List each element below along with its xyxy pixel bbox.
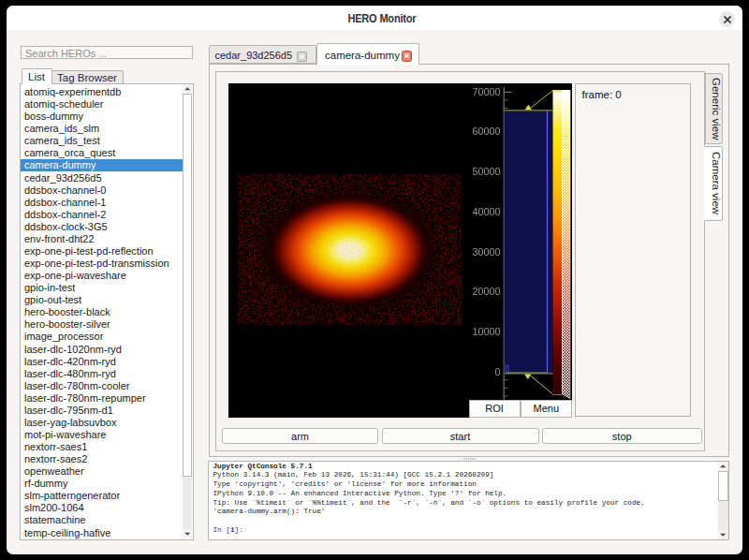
svg-text:60000: 60000 <box>472 125 500 137</box>
svg-text:0: 0 <box>494 365 500 376</box>
svg-text:10000: 10000 <box>472 325 500 336</box>
svg-text:50000: 50000 <box>472 166 500 177</box>
svg-text:20000: 20000 <box>472 286 500 297</box>
svg-text:40000: 40000 <box>472 205 500 216</box>
svg-text:30000: 30000 <box>472 245 500 257</box>
svg-text:70000: 70000 <box>472 85 500 96</box>
